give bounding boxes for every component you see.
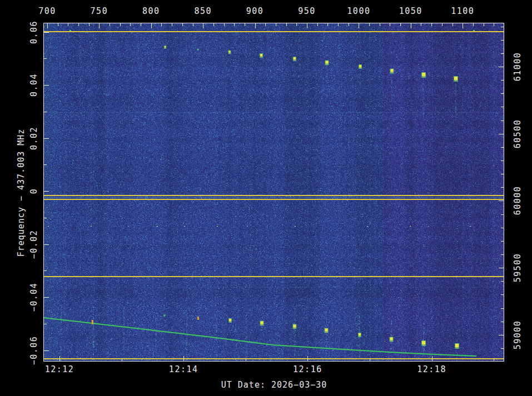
right-axis-tick-label: 59500 [513,253,523,283]
left-axis-tick-label: 0.04 [29,73,39,97]
top-axis-tick-label: 950 [298,6,316,16]
ut-date-label: UT Date: 2026−03−30 [221,380,327,390]
right-axis-tick-label: 59000 [513,320,523,349]
left-axis-tick-label: −0.02 [29,229,39,259]
bottom-axis-tick-label: 12:12 [45,364,74,374]
bottom-axis-tick-label: 12:16 [293,364,322,374]
top-axis-tick-label: 800 [142,6,160,16]
right-axis-tick-label: 60500 [513,119,523,148]
left-axis-tick-label: 0.06 [29,20,39,43]
top-axis-tick-label: 750 [91,6,108,16]
left-axis-tick-label: −0.04 [29,283,39,312]
top-axis-tick-label: 900 [246,6,264,16]
bottom-axis-tick-label: 12:18 [417,364,446,374]
spectrogram-screen: 70075080085090095010001050110012:1212:14… [0,0,532,396]
left-axis-tick-label: 0.02 [29,126,39,149]
right-axis-tick-label: 61000 [513,52,523,82]
left-axis-tick-label: 0 [29,188,39,194]
top-axis-tick-label: 1050 [399,6,422,16]
frequency-axis-title: Frequency − 437.003 MHz [16,129,26,257]
top-axis-tick-label: 850 [194,6,212,16]
right-axis-tick-label: 60000 [513,186,523,215]
bottom-axis-tick-label: 12:14 [169,364,198,374]
spectrogram-canvas[interactable] [43,23,504,362]
top-axis-tick-label: 1000 [347,6,370,16]
top-axis-tick-label: 700 [38,6,56,16]
left-axis-tick-label: −0.06 [29,335,39,365]
top-axis-tick-label: 1100 [451,6,474,16]
